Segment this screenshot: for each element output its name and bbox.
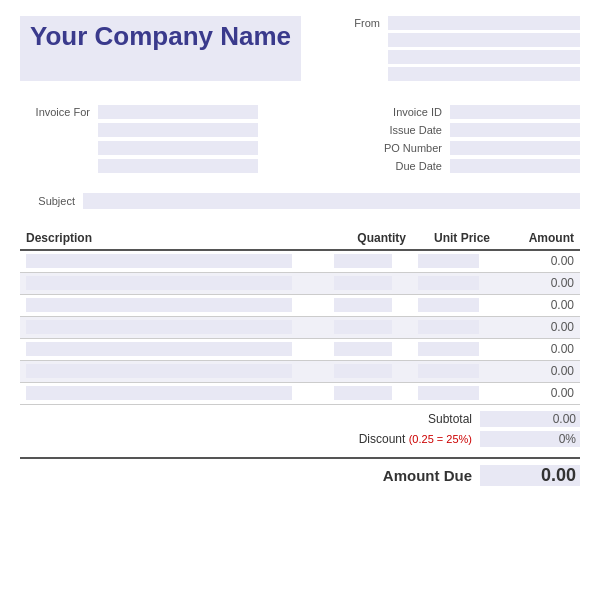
qty-field-2[interactable] (334, 298, 392, 312)
price-field-5[interactable] (418, 364, 479, 378)
qty-field-5[interactable] (334, 364, 392, 378)
header-section: Your Company Name From (20, 16, 580, 81)
from-name-row: From (340, 16, 580, 30)
invoice-for-label: Invoice For (20, 106, 90, 118)
desc-field-4[interactable] (26, 342, 292, 356)
amount-cell-4: 0.00 (496, 338, 580, 360)
desc-field-0[interactable] (26, 254, 292, 268)
amount-cell-3: 0.00 (496, 316, 580, 338)
amount-cell-1: 0.00 (496, 272, 580, 294)
from-addr1-field[interactable] (388, 33, 580, 47)
company-name[interactable]: Your Company Name (20, 16, 301, 81)
bill-to-addr2-row (20, 141, 258, 155)
table-row: 0.00 (20, 360, 580, 382)
client-addr2-field[interactable] (98, 141, 258, 155)
desc-field-3[interactable] (26, 320, 292, 334)
amount-cell-0: 0.00 (496, 250, 580, 272)
issue-date-label: Issue Date (362, 124, 442, 136)
amount-cell-6: 0.00 (496, 382, 580, 404)
bill-to-addr1-row (20, 123, 258, 137)
client-addr1-field[interactable] (98, 123, 258, 137)
issue-date-row: Issue Date (340, 123, 580, 137)
from-addr2-row (340, 50, 580, 64)
price-field-4[interactable] (418, 342, 479, 356)
amount-due-label: Amount Due (383, 467, 472, 484)
table-row: 0.00 (20, 338, 580, 360)
amount-due-value[interactable]: 0.00 (480, 465, 580, 486)
price-field-6[interactable] (418, 386, 479, 400)
amount-cell-2: 0.00 (496, 294, 580, 316)
bill-to-city-row (20, 159, 258, 173)
invoice-id-field[interactable] (450, 105, 580, 119)
from-city-field[interactable] (388, 67, 580, 81)
due-date-field[interactable] (450, 159, 580, 173)
invoice-id-row: Invoice ID (340, 105, 580, 119)
bill-to-name-row: Invoice For (20, 105, 258, 119)
totals-section: Subtotal 0.00 Discount (0.25 = 25%) 0% A… (20, 411, 580, 486)
col-header-description: Description (20, 227, 328, 250)
line-items-body: 0.000.000.000.000.000.000.00 (20, 250, 580, 404)
amount-due-row: Amount Due 0.00 (20, 457, 580, 486)
due-date-label: Due Date (362, 160, 442, 172)
bill-to-section: Invoice For (20, 105, 258, 173)
desc-field-6[interactable] (26, 386, 292, 400)
qty-field-0[interactable] (334, 254, 392, 268)
table-row: 0.00 (20, 294, 580, 316)
col-header-amount: Amount (496, 227, 580, 250)
table-header-row: Description Quantity Unit Price Amount (20, 227, 580, 250)
price-field-3[interactable] (418, 320, 479, 334)
from-city-row (340, 67, 580, 81)
from-addr2-field[interactable] (388, 50, 580, 64)
table-row: 0.00 (20, 316, 580, 338)
discount-row: Discount (0.25 = 25%) 0% (20, 431, 580, 447)
client-name-field[interactable] (98, 105, 258, 119)
po-number-label: PO Number (362, 142, 442, 154)
qty-field-4[interactable] (334, 342, 392, 356)
client-city-field[interactable] (98, 159, 258, 173)
due-date-row: Due Date (340, 159, 580, 173)
discount-value[interactable]: 0% (480, 431, 580, 447)
price-field-0[interactable] (418, 254, 479, 268)
from-addr1-row (340, 33, 580, 47)
desc-field-1[interactable] (26, 276, 292, 290)
discount-note: (0.25 = 25%) (409, 433, 472, 445)
desc-field-2[interactable] (26, 298, 292, 312)
invoice-id-label: Invoice ID (362, 106, 442, 118)
table-row: 0.00 (20, 272, 580, 294)
po-number-field[interactable] (450, 141, 580, 155)
discount-text: Discount (359, 432, 406, 446)
po-number-row: PO Number (340, 141, 580, 155)
col-header-quantity: Quantity (328, 227, 412, 250)
subject-label: Subject (20, 195, 75, 207)
amount-cell-5: 0.00 (496, 360, 580, 382)
from-section: From (340, 16, 580, 81)
subtotal-label: Subtotal (428, 412, 472, 426)
table-row: 0.00 (20, 382, 580, 404)
discount-label: Discount (0.25 = 25%) (359, 432, 472, 446)
issue-date-field[interactable] (450, 123, 580, 137)
price-field-2[interactable] (418, 298, 479, 312)
col-header-unit-price: Unit Price (412, 227, 496, 250)
info-section: Invoice For Invoice ID Issue Da (20, 105, 580, 173)
qty-field-3[interactable] (334, 320, 392, 334)
subtotal-row: Subtotal 0.00 (20, 411, 580, 427)
from-name-field[interactable] (388, 16, 580, 30)
qty-field-1[interactable] (334, 276, 392, 290)
from-label: From (340, 17, 380, 29)
subtotal-value[interactable]: 0.00 (480, 411, 580, 427)
line-items-table: Description Quantity Unit Price Amount 0… (20, 227, 580, 405)
invoice-meta-section: Invoice ID Issue Date PO Number Due Date (340, 105, 580, 173)
qty-field-6[interactable] (334, 386, 392, 400)
desc-field-5[interactable] (26, 364, 292, 378)
invoice-page: Your Company Name From Invoice F (0, 0, 600, 502)
subject-field[interactable] (83, 193, 580, 209)
table-row: 0.00 (20, 250, 580, 272)
subject-row: Subject (20, 193, 580, 209)
price-field-1[interactable] (418, 276, 479, 290)
